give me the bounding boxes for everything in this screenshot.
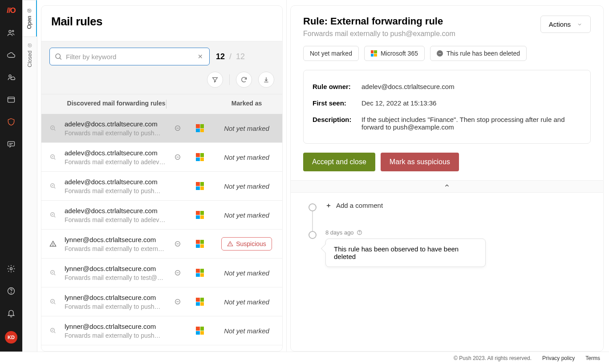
tab-open[interactable]: Open <box>23 0 37 36</box>
nav-bell-icon[interactable] <box>7 309 16 318</box>
row-state-icon <box>41 125 65 132</box>
footer: © Push 2023. All rights reserved. Privac… <box>0 352 609 364</box>
row-platform-icon <box>189 269 211 277</box>
result-count: 12 / 12 <box>216 52 245 61</box>
rule-row[interactable]: adelev@docs.ctrlaltsecure.comForwards ma… <box>41 201 282 230</box>
row-platform-icon <box>189 240 211 248</box>
funnel-icon <box>211 76 219 83</box>
detail-pane: Rule: External forwarding rule Forwards … <box>287 0 609 352</box>
microsoft-icon <box>196 298 204 306</box>
row-status: Not yet marked <box>211 269 282 277</box>
user-avatar[interactable]: KD <box>5 331 17 344</box>
microsoft-icon <box>371 50 377 57</box>
row-platform-icon <box>189 153 211 161</box>
row-state-icon <box>41 211 65 218</box>
footer-terms-link[interactable]: Terms <box>585 355 600 361</box>
actions-menu-button[interactable]: Actions <box>540 16 591 33</box>
row-description: Forwards mail externally to push@example… <box>65 332 166 339</box>
collapse-toggle[interactable] <box>291 180 603 193</box>
row-platform-icon <box>189 211 211 219</box>
rule-row[interactable]: lynner@docs.ctrlaltsecure.comForwards ma… <box>41 316 282 345</box>
refresh-icon <box>240 76 248 83</box>
rule-row[interactable]: adelev@docs.ctrlaltsecure.comForwards ma… <box>41 143 282 172</box>
refresh-button[interactable] <box>236 72 252 88</box>
row-state-icon <box>41 240 65 247</box>
svg-point-27 <box>359 234 360 234</box>
search-input[interactable] <box>66 53 196 61</box>
rule-row[interactable]: lynner@docs.ctrlaltsecure.comForwards ma… <box>41 230 282 259</box>
svg-point-12 <box>56 54 61 59</box>
nav-people-icon[interactable] <box>7 28 16 37</box>
tab-closed[interactable]: Closed <box>23 36 37 73</box>
accept-close-button[interactable]: Accept and close <box>303 153 375 171</box>
microsoft-icon <box>196 182 204 190</box>
tab-open-label: Open <box>26 16 32 29</box>
row-minus-icon <box>166 125 189 132</box>
rule-row[interactable]: lynner@docs.ctrlaltsecure.comForwards ma… <box>41 287 282 316</box>
filter-button[interactable] <box>207 72 223 88</box>
download-button[interactable] <box>258 72 274 88</box>
nav-rail: //O KD <box>0 0 22 352</box>
row-minus-icon <box>166 298 189 305</box>
chip-marked-status: Not yet marked <box>303 46 359 61</box>
rule-row[interactable]: lynner@docs.ctrlaltsecure.comForwards ma… <box>41 259 282 287</box>
row-description: Forwards mail externally to push@example… <box>65 129 166 137</box>
th-discovered: Discovered mail forwarding rules <box>65 100 166 109</box>
footer-privacy-link[interactable]: Privacy policy <box>542 355 575 361</box>
row-description: Forwards mail externally to adelev@examp… <box>65 158 166 166</box>
row-minus-icon <box>166 240 189 247</box>
value-owner: adelev@docs.ctrlaltsecure.com <box>361 83 581 90</box>
rule-subtitle: Forwards mail externally to push@example… <box>303 30 455 38</box>
svg-rect-4 <box>8 142 15 146</box>
nav-user-cloud-icon[interactable] <box>7 73 16 82</box>
nav-settings-icon[interactable] <box>7 264 16 273</box>
rule-row[interactable]: adelev@docs.ctrlaltsecure.comForwards ma… <box>41 114 282 143</box>
row-email: lynner@docs.ctrlaltsecure.com <box>65 323 166 330</box>
logo: //O <box>7 6 16 15</box>
page-title: Mail rules <box>51 15 272 28</box>
row-email: adelev@docs.ctrlaltsecure.com <box>65 207 166 214</box>
row-state-icon <box>41 298 65 305</box>
row-description: Forwards mail externally to push@example… <box>65 303 166 310</box>
clear-search-icon[interactable]: ✕ <box>196 51 205 62</box>
tab-closed-label: Closed <box>27 51 33 67</box>
row-platform-icon <box>189 124 211 132</box>
footer-copyright: © Push 2023. All rights reserved. <box>454 355 532 361</box>
nav-shield-icon[interactable] <box>7 117 16 126</box>
svg-point-1 <box>12 30 14 32</box>
row-description: Forwards mail externally to adelev@examp… <box>65 216 166 223</box>
status-tabs: Open Closed <box>22 0 37 352</box>
row-platform-icon <box>189 182 211 190</box>
list-pane: Mail rules ✕ 12 / 12 <box>37 0 287 352</box>
nav-window-icon[interactable] <box>7 95 16 104</box>
rule-list: adelev@docs.ctrlaltsecure.comForwards ma… <box>41 114 282 351</box>
th-marked: Marked as <box>211 100 282 109</box>
row-status: Not yet marked <box>211 327 282 335</box>
row-email: lynner@docs.ctrlaltsecure.com <box>65 294 166 301</box>
row-status: Not yet marked <box>211 125 282 132</box>
timeline-dot <box>309 231 317 239</box>
row-minus-icon <box>166 269 189 276</box>
rule-title: Rule: External forwarding rule <box>303 16 455 27</box>
mark-suspicious-button[interactable]: Mark as suspicious <box>381 153 459 171</box>
rule-row[interactable]: adelev@docs.ctrlaltsecure.comForwards ma… <box>41 172 282 201</box>
row-state-icon <box>41 327 65 334</box>
add-comment-button[interactable]: Add a comment <box>325 202 585 209</box>
row-description: Forwards mail externally to push@example… <box>65 187 166 194</box>
search-box[interactable]: ✕ <box>49 48 210 65</box>
label-description: Description: <box>313 116 361 131</box>
row-email: lynner@docs.ctrlaltsecure.com <box>65 236 166 243</box>
timeline: Add a comment 8 days ago This rule has b… <box>291 193 603 351</box>
search-icon <box>54 53 62 61</box>
microsoft-icon <box>196 240 204 248</box>
nav-chat-icon[interactable] <box>7 140 16 149</box>
svg-rect-3 <box>8 97 15 102</box>
nav-help-icon[interactable] <box>7 287 16 295</box>
chip-deleted: − This rule has been deleted <box>430 46 527 61</box>
row-minus-icon <box>166 154 189 161</box>
nav-cloud-icon[interactable] <box>7 51 16 60</box>
row-status: Not yet marked <box>211 154 282 161</box>
svg-point-9 <box>29 10 30 11</box>
svg-point-11 <box>29 44 31 46</box>
row-platform-icon <box>189 327 211 335</box>
